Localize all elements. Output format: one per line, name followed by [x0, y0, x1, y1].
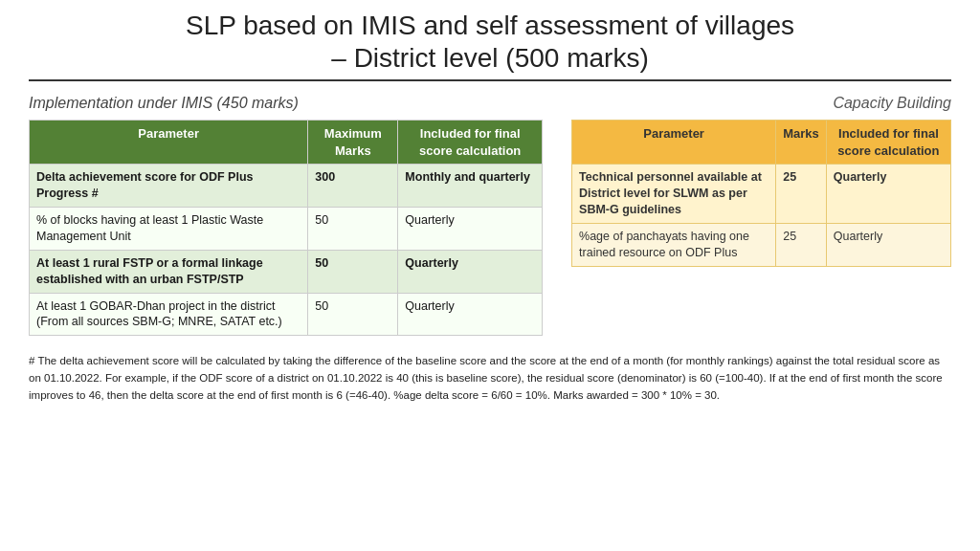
- left-row-included: Monthly and quarterly: [398, 165, 543, 208]
- left-row-included: Quarterly: [398, 250, 543, 293]
- right-row-parameter: Technical personnel available at Distric…: [572, 165, 776, 224]
- table-row: At least 1 rural FSTP or a formal linkag…: [30, 250, 543, 293]
- right-col-marks: Marks: [776, 121, 827, 165]
- left-row-marks: 50: [308, 293, 398, 336]
- right-row-marks: 25: [776, 165, 827, 224]
- table-row: At least 1 GOBAR-Dhan project in the dis…: [30, 293, 543, 336]
- left-row-marks: 50: [308, 208, 398, 251]
- table-row: Delta achievement score for ODF Plus Pro…: [30, 165, 543, 208]
- table-row: Technical personnel available at Distric…: [572, 165, 951, 224]
- left-row-included: Quarterly: [398, 293, 543, 336]
- left-row-parameter: Delta achievement score for ODF Plus Pro…: [30, 165, 308, 208]
- right-row-included: Quarterly: [826, 223, 950, 266]
- left-col-parameter: Parameter: [30, 121, 308, 165]
- left-section-title: Implementation under IMIS (450 marks): [29, 95, 543, 112]
- left-row-marks: 300: [308, 165, 398, 208]
- right-row-parameter: %age of panchayats having one trained re…: [572, 223, 776, 266]
- table-row: %age of panchayats having one trained re…: [572, 223, 951, 266]
- right-col-included: Included for final score calculation: [826, 121, 950, 165]
- right-row-included: Quarterly: [826, 165, 950, 224]
- table-row: % of blocks having at least 1 Plastic Wa…: [30, 208, 543, 251]
- left-row-parameter: At least 1 GOBAR-Dhan project in the dis…: [30, 293, 308, 336]
- left-col-included: Included for final score calculation: [398, 121, 543, 165]
- right-row-marks: 25: [776, 223, 827, 266]
- right-section-title: Capacity Building: [571, 95, 951, 112]
- right-section: Capacity Building Parameter Marks Includ…: [571, 95, 951, 266]
- content-area: Implementation under IMIS (450 marks) Pa…: [29, 95, 951, 336]
- left-row-marks: 50: [308, 250, 398, 293]
- title-divider: [29, 79, 951, 81]
- left-row-included: Quarterly: [398, 208, 543, 251]
- right-table: Parameter Marks Included for final score…: [571, 120, 951, 266]
- left-col-marks: Maximum Marks: [308, 121, 398, 165]
- right-col-parameter: Parameter: [572, 121, 776, 165]
- footnote: # The delta achievement score will be ca…: [29, 353, 951, 404]
- main-title: SLP based on IMIS and self assessment of…: [29, 10, 951, 74]
- left-table: Parameter Maximum Marks Included for fin…: [29, 120, 543, 336]
- left-section: Implementation under IMIS (450 marks) Pa…: [29, 95, 543, 336]
- left-row-parameter: % of blocks having at least 1 Plastic Wa…: [30, 208, 308, 251]
- left-row-parameter: At least 1 rural FSTP or a formal linkag…: [30, 250, 308, 293]
